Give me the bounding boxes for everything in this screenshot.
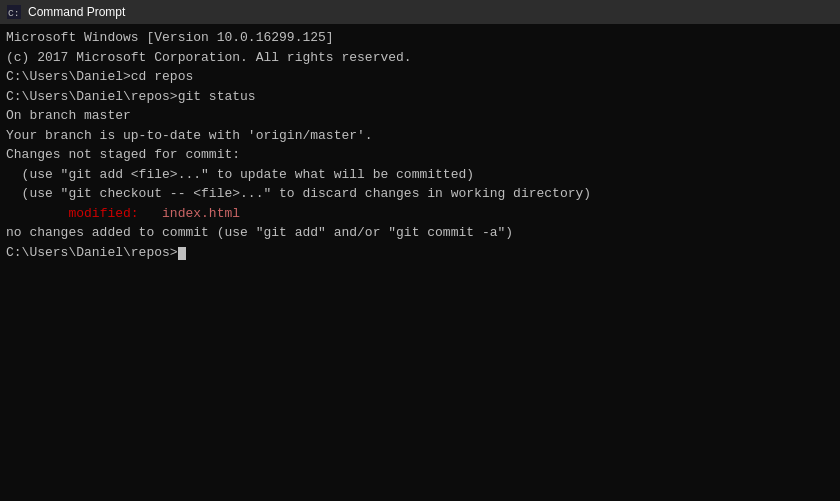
up-to-date: Your branch is up-to-date with 'origin/m… <box>6 126 834 146</box>
modified-file-line: modified: index.html <box>6 204 834 224</box>
changes-not-staged: Changes not staged for commit: <box>6 145 834 165</box>
terminal-cursor <box>178 247 186 260</box>
modified-label: modified: <box>6 206 139 221</box>
cmd-icon: C: <box>6 4 22 20</box>
svg-text:C:: C: <box>8 8 20 19</box>
git-status-cmd: C:\Users\Daniel\repos>git status <box>6 87 834 107</box>
title-bar: C: Command Prompt <box>0 0 840 24</box>
hint-checkout: (use "git checkout -- <file>..." to disc… <box>6 184 834 204</box>
hint-add: (use "git add <file>..." to update what … <box>6 165 834 185</box>
window-title: Command Prompt <box>28 5 125 19</box>
no-changes: no changes added to commit (use "git add… <box>6 223 834 243</box>
on-branch: On branch master <box>6 106 834 126</box>
modified-filename: index.html <box>139 206 240 221</box>
version: Microsoft Windows [Version 10.0.16299.12… <box>6 28 834 48</box>
prompt: C:\Users\Daniel\repos> <box>6 243 834 263</box>
copyright: (c) 2017 Microsoft Corporation. All righ… <box>6 48 834 68</box>
terminal[interactable]: Microsoft Windows [Version 10.0.16299.12… <box>0 24 840 501</box>
cd-command: C:\Users\Daniel>cd repos <box>6 67 834 87</box>
